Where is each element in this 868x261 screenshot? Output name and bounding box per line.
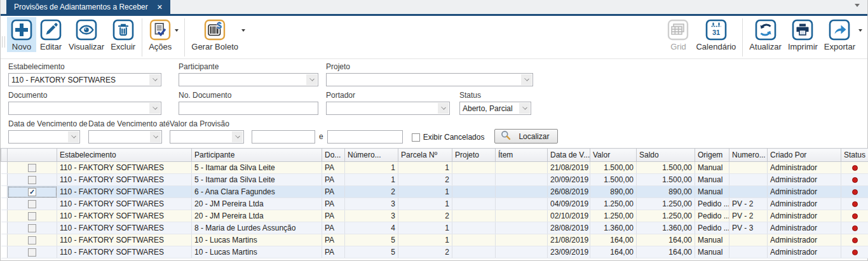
chevron-down-icon[interactable] bbox=[306, 74, 317, 85]
tab-provisoes[interactable]: Provisões de Adiantamentos a Receber ✕ bbox=[6, 0, 170, 14]
cell-estabelecimento: 110 - FAKTORY SOFTWARES bbox=[57, 174, 192, 186]
cell-item bbox=[496, 174, 548, 186]
eye-icon bbox=[75, 18, 98, 41]
col-participante[interactable]: Participante bbox=[192, 149, 322, 162]
valor-provisao-combo[interactable] bbox=[170, 130, 244, 144]
exibir-cancelados-checkbox[interactable] bbox=[412, 133, 420, 142]
row-checkbox[interactable] bbox=[28, 236, 36, 244]
chevron-down-icon[interactable] bbox=[521, 74, 532, 85]
cell-item bbox=[496, 222, 548, 234]
status-dot-icon bbox=[852, 238, 858, 243]
chevron-down-icon[interactable] bbox=[150, 131, 161, 142]
acoes-button[interactable]: Ações bbox=[146, 17, 175, 52]
col-status[interactable]: Status bbox=[841, 149, 868, 162]
col-estabelecimento[interactable]: Estabelecimento bbox=[57, 149, 192, 162]
chevron-down-icon[interactable] bbox=[232, 131, 243, 142]
col-criado-por[interactable]: Criado Por bbox=[768, 149, 841, 162]
row-checkbox-cell[interactable] bbox=[8, 246, 57, 258]
grid-button: Grid bbox=[663, 17, 693, 52]
table-row[interactable]: 110 - FAKTORY SOFTWARES8 - Maria de Lurd… bbox=[1, 222, 868, 234]
chevron-down-icon[interactable] bbox=[519, 103, 530, 114]
cell-criado_por: Administrador bbox=[768, 246, 841, 258]
col-projeto[interactable]: Projeto bbox=[452, 149, 496, 162]
calendario-button[interactable]: 31 Calendário bbox=[693, 17, 739, 52]
col-data-vencimento[interactable]: Data de V... bbox=[548, 149, 590, 162]
cell-origem: Pedido ... bbox=[695, 210, 729, 222]
novo-button[interactable]: Novo bbox=[7, 17, 36, 52]
atualizar-button[interactable]: Atualizar bbox=[746, 17, 785, 52]
venc-ate-combo[interactable] bbox=[88, 130, 162, 144]
col-saldo[interactable]: Saldo bbox=[637, 149, 695, 162]
col-numero[interactable]: Número... bbox=[345, 149, 398, 162]
row-checkbox[interactable] bbox=[28, 200, 36, 208]
chevron-down-icon[interactable] bbox=[858, 29, 862, 32]
chevron-down-icon[interactable] bbox=[175, 29, 179, 32]
cell-projeto bbox=[452, 210, 496, 222]
close-icon[interactable]: ✕ bbox=[157, 3, 163, 11]
cell-data_vencimento: 21/08/2019 bbox=[548, 162, 590, 174]
imprimir-button[interactable]: Imprimir bbox=[785, 17, 821, 52]
col-valor[interactable]: Valor bbox=[590, 149, 637, 162]
table-row[interactable]: 110 - FAKTORY SOFTWARES20 - JM Pereira L… bbox=[1, 210, 868, 222]
row-checkbox[interactable] bbox=[28, 224, 36, 232]
row-checkbox[interactable]: ✓ bbox=[28, 188, 36, 196]
col-checkbox[interactable] bbox=[8, 149, 57, 162]
cell-parcela: 2 bbox=[398, 174, 452, 186]
excluir-button[interactable]: Excluir bbox=[107, 17, 139, 52]
row-checkbox-cell[interactable] bbox=[8, 162, 57, 174]
valor-ate-input[interactable] bbox=[330, 131, 402, 143]
row-checkbox-cell[interactable] bbox=[8, 222, 57, 234]
cell-saldo: 164,00 bbox=[637, 234, 695, 246]
table-row[interactable]: 110 - FAKTORY SOFTWARES5 - Itamar da Sil… bbox=[1, 162, 868, 174]
portador-combo[interactable] bbox=[326, 102, 450, 115]
visualizar-label: Visualizar bbox=[69, 42, 104, 51]
table-row[interactable]: 110 - FAKTORY SOFTWARES10 - Lucas Martin… bbox=[1, 234, 868, 246]
row-checkbox-cell[interactable] bbox=[8, 210, 57, 222]
row-checkbox[interactable] bbox=[28, 164, 36, 172]
exportar-button[interactable]: Exportar bbox=[821, 17, 858, 52]
editar-button[interactable]: Editar bbox=[36, 17, 65, 52]
table-row[interactable]: 110 - FAKTORY SOFTWARES10 - Lucas Martin… bbox=[1, 246, 868, 258]
row-checkbox-cell[interactable] bbox=[8, 174, 57, 186]
col-item[interactable]: Ítem bbox=[496, 149, 548, 162]
atualizar-label: Atualizar bbox=[749, 42, 782, 51]
row-checkbox[interactable] bbox=[28, 248, 36, 257]
pencil-icon bbox=[39, 18, 62, 41]
gerar-boleto-button[interactable]: $ Gerar Boleto bbox=[188, 17, 241, 52]
row-checkbox-cell[interactable] bbox=[8, 234, 57, 246]
row-checkbox-cell[interactable]: ✓ bbox=[8, 186, 57, 198]
row-checkbox[interactable] bbox=[28, 176, 36, 184]
no-documento-input[interactable] bbox=[182, 102, 318, 114]
participante-combo[interactable] bbox=[179, 73, 318, 86]
cell-criado_por: Administrador bbox=[768, 174, 841, 186]
row-checkbox-cell[interactable] bbox=[8, 198, 57, 210]
col-origem[interactable]: Origem bbox=[695, 149, 729, 162]
chevron-down-icon[interactable] bbox=[68, 131, 79, 142]
estabelecimento-combo[interactable]: 110 - FAKTORY SOFTWARES bbox=[8, 73, 161, 86]
localizar-button[interactable]: Localizar bbox=[494, 129, 558, 144]
col-numero-doc[interactable]: Numero... bbox=[729, 149, 768, 162]
venc-de-combo[interactable] bbox=[8, 130, 80, 144]
chevron-down-icon[interactable] bbox=[438, 103, 449, 114]
cell-numero: 1 bbox=[345, 162, 398, 174]
table-row[interactable]: 110 - FAKTORY SOFTWARES5 - Itamar da Sil… bbox=[1, 174, 868, 186]
table-row[interactable]: ✓110 - FAKTORY SOFTWARES6 - Ana Clara Fa… bbox=[1, 186, 868, 198]
chevron-down-icon[interactable] bbox=[855, 4, 860, 7]
novo-label: Novo bbox=[12, 42, 31, 51]
chevron-down-icon[interactable] bbox=[241, 29, 245, 32]
valor-de-input[interactable] bbox=[255, 131, 315, 143]
projeto-combo[interactable] bbox=[326, 73, 533, 86]
visualizar-button[interactable]: Visualizar bbox=[65, 17, 107, 52]
chevron-down-icon[interactable] bbox=[149, 74, 160, 85]
cell-parcela: 2 bbox=[398, 246, 452, 258]
chevron-down-icon[interactable] bbox=[149, 103, 160, 114]
toolbar-right-group: Grid 31 Calendário Atualizar Imprimir bbox=[663, 17, 865, 57]
col-documento[interactable]: Do... bbox=[322, 149, 345, 162]
toolbar-gripper[interactable] bbox=[2, 36, 5, 48]
col-parcela[interactable]: Parcela Nº bbox=[398, 149, 452, 162]
cell-item bbox=[496, 246, 548, 258]
status-combo[interactable]: Aberto, Parcial bbox=[459, 102, 531, 115]
documento-combo[interactable] bbox=[8, 102, 161, 115]
table-row[interactable]: 110 - FAKTORY SOFTWARES20 - JM Pereira L… bbox=[1, 198, 868, 210]
row-checkbox[interactable] bbox=[28, 212, 36, 220]
